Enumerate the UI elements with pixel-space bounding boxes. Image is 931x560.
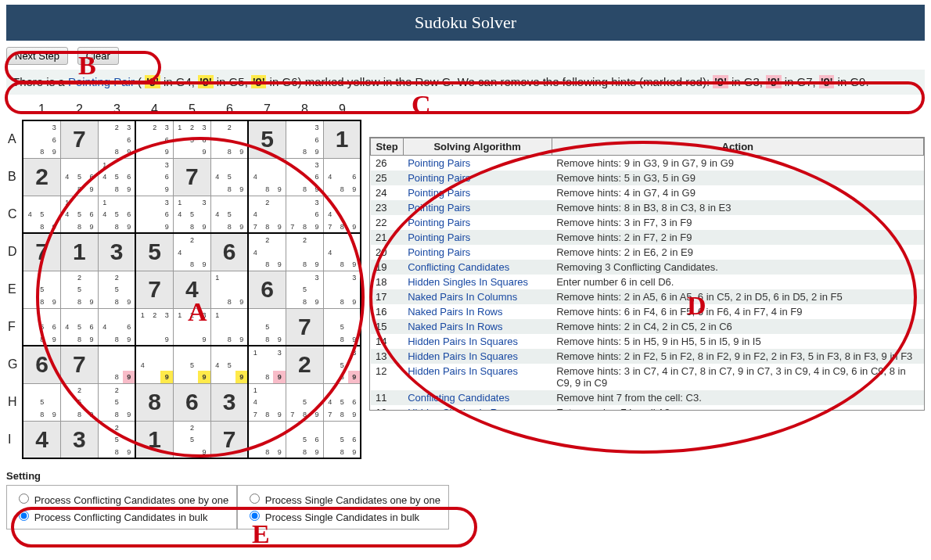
- sudoku-cell[interactable]: 489: [323, 233, 361, 271]
- sudoku-cell[interactable]: 3589: [286, 271, 323, 308]
- sudoku-cell[interactable]: 123569: [173, 120, 210, 158]
- sudoku-cell[interactable]: 2589: [98, 421, 135, 458]
- sudoku-cell[interactable]: 2489: [248, 233, 286, 271]
- sudoku-cell[interactable]: 7: [23, 233, 60, 271]
- sudoku-cell[interactable]: 4589: [210, 196, 248, 233]
- sudoku-cell[interactable]: 5: [248, 120, 286, 158]
- sudoku-cell[interactable]: 24789: [248, 196, 286, 233]
- history-row[interactable]: 18Hidden Singles In SquaresEnter number …: [371, 275, 924, 289]
- sudoku-cell[interactable]: 5689: [286, 421, 323, 458]
- sudoku-cell[interactable]: 2489: [173, 233, 210, 271]
- history-row[interactable]: 26Pointing PairsRemove hints: 9 in G3, 9…: [371, 156, 924, 171]
- sudoku-cell[interactable]: 3689: [286, 158, 323, 196]
- sudoku-cell[interactable]: 4589: [210, 158, 248, 196]
- sudoku-cell[interactable]: 7: [173, 158, 210, 196]
- sudoku-cell[interactable]: 1239: [173, 308, 210, 346]
- sudoku-cell[interactable]: 3589: [323, 346, 361, 383]
- sudoku-cell[interactable]: 189: [210, 308, 248, 346]
- sudoku-cell[interactable]: 6: [210, 233, 248, 271]
- setting-conflict-onebyone[interactable]: Process Conflicting Candidates one by on…: [15, 491, 228, 506]
- next-step-button[interactable]: Next Step: [6, 47, 68, 65]
- setting-single-onebyone[interactable]: Process Single Candidates one by one: [246, 491, 440, 506]
- sudoku-cell[interactable]: 3: [60, 421, 98, 458]
- setting-conflict-bulk[interactable]: Process Conflicting Candidates in bulk: [15, 508, 228, 523]
- history-panel[interactable]: Step Solving Algorithm Action 26Pointing…: [369, 137, 925, 411]
- sudoku-cell[interactable]: 289: [210, 120, 248, 158]
- sudoku-cell[interactable]: 3689: [23, 120, 60, 158]
- sudoku-cell[interactable]: 145689: [98, 196, 135, 233]
- sudoku-cell[interactable]: 3: [98, 233, 135, 271]
- sudoku-cell[interactable]: 369: [135, 196, 173, 233]
- sudoku-cell[interactable]: 4: [173, 271, 210, 308]
- sudoku-cell[interactable]: 59: [173, 346, 210, 383]
- sudoku-cell[interactable]: 7: [286, 308, 323, 346]
- history-row[interactable]: 20Pointing PairsRemove hints: 2 in E6, 2…: [371, 245, 924, 260]
- sudoku-cell[interactable]: 1239: [135, 308, 173, 346]
- sudoku-cell[interactable]: 456789: [323, 383, 361, 421]
- sudoku-cell[interactable]: 1: [323, 120, 361, 158]
- sudoku-cell[interactable]: 145689: [98, 158, 135, 196]
- sudoku-cell[interactable]: 4: [23, 421, 60, 458]
- sudoku-cell[interactable]: 289: [286, 233, 323, 271]
- sudoku-cell[interactable]: 3: [210, 383, 248, 421]
- sudoku-cell[interactable]: 89: [98, 346, 135, 383]
- sudoku-cell[interactable]: 89: [248, 421, 286, 458]
- sudoku-cell[interactable]: 369: [135, 158, 173, 196]
- sudoku-cell[interactable]: 45689: [60, 308, 98, 346]
- sudoku-cell[interactable]: 7: [210, 421, 248, 458]
- sudoku-cell[interactable]: 36789: [286, 196, 323, 233]
- sudoku-cell[interactable]: 589: [23, 383, 60, 421]
- sudoku-cell[interactable]: 7: [60, 120, 98, 158]
- history-row[interactable]: 15Naked Pairs In RowsRemove hints: 2 in …: [371, 319, 924, 334]
- sudoku-cell[interactable]: 49: [135, 346, 173, 383]
- history-row[interactable]: 21Pointing PairsRemove hints: 2 in F7, 2…: [371, 230, 924, 245]
- sudoku-cell[interactable]: 259: [173, 421, 210, 458]
- history-row[interactable]: 10Hidden Singles In RowsEnter number 7 i…: [371, 405, 924, 411]
- history-row[interactable]: 16Naked Pairs In RowsRemove hints: 6 in …: [371, 304, 924, 319]
- sudoku-cell[interactable]: 23689: [98, 120, 135, 158]
- sudoku-cell[interactable]: 4689: [323, 158, 361, 196]
- history-row[interactable]: 19Conflicting CandidatesRemoving 3 Confl…: [371, 260, 924, 275]
- sudoku-cell[interactable]: 589: [248, 308, 286, 346]
- sudoku-cell[interactable]: 6: [173, 383, 210, 421]
- sudoku-cell[interactable]: 45689: [60, 158, 98, 196]
- sudoku-cell[interactable]: 1: [135, 421, 173, 458]
- history-row[interactable]: 13Hidden Pairs In SquaresRemove hints: 2…: [371, 349, 924, 364]
- history-row[interactable]: 23Pointing PairsRemove hints: 8 in B3, 8…: [371, 200, 924, 215]
- sudoku-cell[interactable]: 134589: [173, 196, 210, 233]
- clear-button[interactable]: Clear: [77, 47, 119, 65]
- sudoku-cell[interactable]: 7: [60, 346, 98, 383]
- sudoku-cell[interactable]: 6: [23, 346, 60, 383]
- sudoku-cell[interactable]: 2: [286, 346, 323, 383]
- sudoku-cell[interactable]: 489: [248, 158, 286, 196]
- history-row[interactable]: 24Pointing PairsRemove hints: 4 in G7, 4…: [371, 185, 924, 200]
- sudoku-cell[interactable]: 589: [23, 271, 60, 308]
- sudoku-cell[interactable]: 145689: [60, 196, 98, 233]
- sudoku-cell[interactable]: 3689: [286, 120, 323, 158]
- sudoku-cell[interactable]: 2589: [98, 383, 135, 421]
- sudoku-cell[interactable]: 5: [135, 233, 173, 271]
- sudoku-cell[interactable]: 5689: [23, 308, 60, 346]
- sudoku-cell[interactable]: 1: [60, 233, 98, 271]
- sudoku-cell[interactable]: 4789: [323, 196, 361, 233]
- sudoku-cell[interactable]: 8: [135, 383, 173, 421]
- sudoku-cell[interactable]: 4589: [23, 196, 60, 233]
- sudoku-cell[interactable]: 389: [323, 271, 361, 308]
- sudoku-cell[interactable]: 189: [210, 271, 248, 308]
- sudoku-cell[interactable]: 2589: [60, 271, 98, 308]
- hint-technique-link[interactable]: Pointing Pair: [68, 75, 135, 88]
- sudoku-cell[interactable]: 459: [210, 346, 248, 383]
- history-row[interactable]: 14Hidden Pairs In SquaresRemove hints: 5…: [371, 334, 924, 349]
- sudoku-cell[interactable]: 14789: [248, 383, 286, 421]
- sudoku-cell[interactable]: 5789: [286, 383, 323, 421]
- sudoku-cell[interactable]: 7: [135, 271, 173, 308]
- sudoku-cell[interactable]: 2369: [135, 120, 173, 158]
- sudoku-cell[interactable]: 6: [248, 271, 286, 308]
- sudoku-cell[interactable]: 1389: [248, 346, 286, 383]
- sudoku-cell[interactable]: 589: [323, 308, 361, 346]
- history-row[interactable]: 17Naked Pairs In ColumnsRemove hints: 2 …: [371, 289, 924, 304]
- history-row[interactable]: 25Pointing PairsRemove hints: 5 in G3, 5…: [371, 171, 924, 185]
- sudoku-cell[interactable]: 2589: [98, 271, 135, 308]
- sudoku-cell[interactable]: 2589: [60, 383, 98, 421]
- history-row[interactable]: 22Pointing PairsRemove hints: 3 in F7, 3…: [371, 215, 924, 230]
